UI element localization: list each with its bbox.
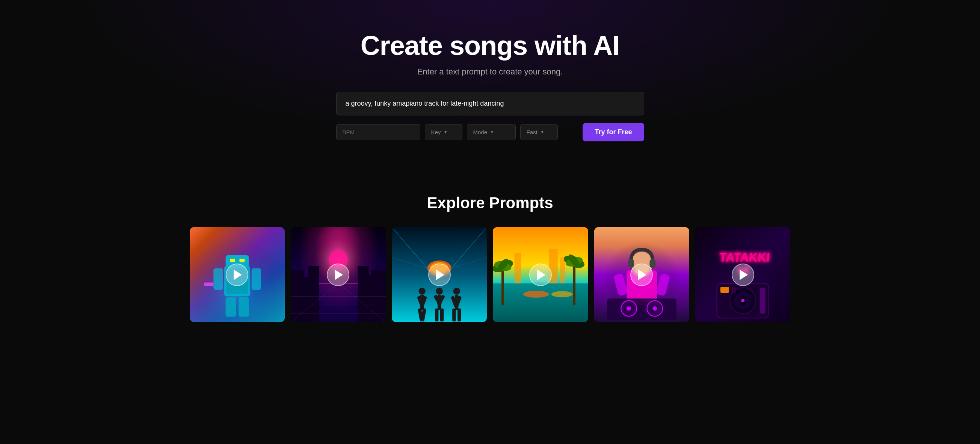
prompt-card-4[interactable] [493,227,588,322]
play-button-2[interactable] [327,264,349,286]
svg-point-68 [523,291,549,297]
play-button-5[interactable] [630,264,653,286]
explore-section: Explore Prompts [0,194,980,345]
svg-rect-47 [440,308,444,321]
prompt-card-3[interactable] [392,227,487,322]
controls-row: Key ▼ Mode ▼ Fast ▼ Try for Free [336,123,644,141]
play-icon-2 [335,270,343,280]
svg-rect-91 [721,287,729,293]
svg-rect-10 [204,282,213,286]
svg-rect-75 [649,259,655,268]
prompt-input-container [336,92,644,115]
svg-rect-60 [502,266,504,305]
svg-rect-46 [435,308,438,321]
prompts-grid: TATAKKI VE [190,227,791,322]
svg-point-42 [436,287,443,294]
page-container: Create songs with AI Enter a text prompt… [0,0,980,345]
prompt-card-1[interactable] [190,227,285,322]
prompt-input[interactable] [336,92,644,115]
key-label: Key [431,129,441,135]
prompt-card-2[interactable] [291,227,386,322]
svg-point-48 [453,287,460,294]
mode-chevron-icon: ▼ [490,130,494,134]
svg-rect-92 [731,287,736,293]
svg-point-69 [551,291,573,297]
mode-label: Mode [473,129,488,135]
svg-rect-18 [308,266,319,323]
key-chevron-icon: ▼ [444,130,447,134]
svg-rect-7 [251,268,261,290]
svg-point-36 [419,287,426,294]
hero-section: Create songs with AI Enter a text prompt… [0,0,980,164]
speed-select[interactable]: Fast ▼ [520,124,558,140]
bpm-input[interactable] [336,124,420,140]
svg-rect-74 [628,259,634,268]
svg-rect-9 [239,297,249,317]
play-icon-4 [537,270,546,280]
play-icon-6 [740,270,748,280]
svg-rect-64 [573,262,576,305]
svg-rect-78 [607,299,676,320]
svg-point-82 [652,307,657,311]
svg-rect-5 [239,259,245,262]
speed-label: Fast [527,129,538,135]
svg-text:TATAKKI: TATAKKI [719,251,770,264]
svg-point-90 [741,299,745,302]
play-button-4[interactable] [529,264,552,286]
svg-rect-6 [213,268,223,290]
svg-rect-52 [452,308,456,321]
play-button-1[interactable] [226,264,248,286]
explore-title: Explore Prompts [15,194,965,212]
svg-rect-59 [560,257,565,283]
play-button-3[interactable] [428,264,451,286]
svg-point-81 [627,307,631,311]
svg-rect-53 [458,308,461,321]
try-free-button[interactable]: Try for Free [582,123,644,141]
play-button-6[interactable] [732,264,754,286]
page-title: Create songs with AI [361,30,619,61]
svg-rect-4 [230,259,235,262]
prompt-card-6[interactable]: TATAKKI VE [695,227,790,322]
mode-select[interactable]: Mode ▼ [467,124,516,140]
svg-rect-93 [760,287,765,313]
svg-rect-57 [515,253,521,283]
play-icon-1 [234,270,242,280]
section-spacer [0,164,980,194]
speed-chevron-icon: ▼ [541,130,544,134]
key-select[interactable]: Key ▼ [425,124,462,140]
svg-rect-8 [225,297,236,317]
prompt-card-5[interactable] [594,227,689,322]
hero-subtitle: Enter a text prompt to create your song. [417,67,563,77]
play-icon-3 [436,270,444,280]
play-icon-5 [638,270,646,280]
